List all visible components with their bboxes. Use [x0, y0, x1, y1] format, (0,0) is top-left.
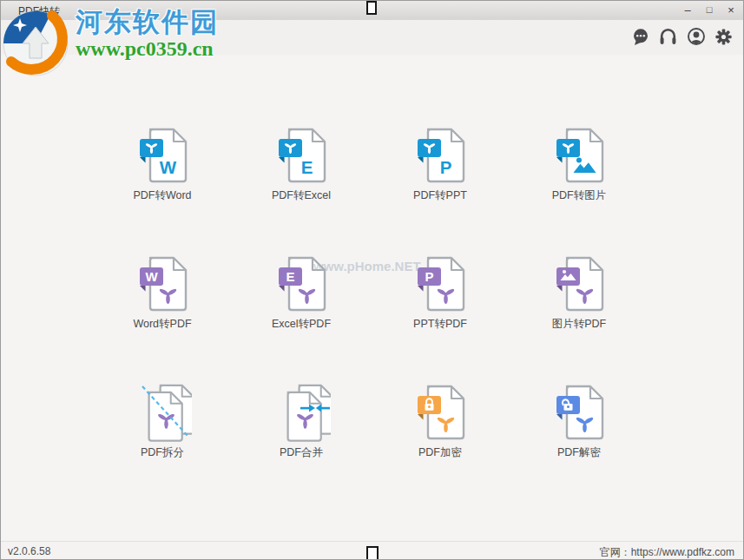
app-window: PDF快转 – □ × 河东软件园 www.pc0359.cn www.pHom… [0, 0, 744, 560]
pdf-encrypt-icon [411, 384, 470, 443]
grid-item-label: PDF拆分 [141, 445, 184, 460]
grid-item-label: Excel转PDF [272, 317, 331, 332]
window-title: PDF快转 [18, 4, 60, 19]
pdf-merge-icon [272, 384, 331, 443]
grid-item-label: PDF转图片 [552, 188, 607, 203]
screenshot-artifact-top [366, 1, 377, 15]
grid-item-pdf-split[interactable]: PDF拆分 [93, 379, 232, 507]
minimize-button[interactable]: – [681, 3, 695, 17]
svg-text:E: E [286, 269, 294, 284]
grid-item-pdf-to-word[interactable]: WPDF转Word [93, 122, 232, 250]
settings-icon[interactable] [714, 28, 733, 45]
chat-icon[interactable] [631, 28, 649, 45]
screenshot-artifact-bottom [366, 546, 379, 560]
account-icon[interactable] [687, 28, 705, 45]
grid-item-label: 图片转PDF [552, 317, 607, 332]
grid-item-pdf-to-image[interactable]: PDF转图片 [510, 122, 649, 250]
svg-text:W: W [160, 157, 177, 177]
svg-text:P: P [440, 157, 452, 177]
grid-item-label: PDF转Excel [272, 188, 331, 203]
grid-item-pdf-encrypt[interactable]: PDF加密 [371, 379, 510, 507]
conversion-grid: WPDF转WordEPDF转ExcelPPDF转PPTPDF转图片WWord转P… [93, 122, 649, 507]
ppt-to-pdf-icon: P [411, 255, 470, 314]
grid-item-word-to-pdf[interactable]: WWord转PDF [93, 250, 232, 379]
svg-text:W: W [145, 269, 158, 284]
grid-item-label: PDF解密 [557, 445, 601, 460]
version-label: v2.0.6.58 [8, 545, 50, 557]
pdf-to-image-icon [550, 127, 609, 186]
grid-item-label: Word转PDF [133, 317, 191, 332]
grid-item-label: PDF加密 [418, 445, 462, 460]
grid-item-label: PDF转PPT [413, 188, 467, 203]
pdf-split-icon [133, 384, 192, 443]
grid-item-image-to-pdf[interactable]: 图片转PDF [510, 250, 649, 379]
grid-item-label: PDF转Word [133, 188, 191, 203]
headset-icon[interactable] [659, 28, 677, 45]
pdf-to-ppt-icon: P [411, 127, 470, 186]
svg-text:E: E [301, 157, 313, 177]
header-icons [631, 28, 733, 45]
grid-item-pdf-to-ppt[interactable]: PPDF转PPT [371, 122, 510, 250]
grid-item-pdf-decrypt[interactable]: PDF解密 [510, 379, 649, 507]
word-to-pdf-icon: W [133, 255, 192, 314]
website-link[interactable]: 官网：https://www.pdfkz.com [600, 545, 734, 560]
pdf-decrypt-icon [550, 384, 609, 443]
grid-item-pdf-to-excel[interactable]: EPDF转Excel [232, 122, 371, 250]
grid-item-excel-to-pdf[interactable]: EExcel转PDF [232, 250, 371, 379]
pdf-to-word-icon: W [133, 127, 192, 186]
grid-item-ppt-to-pdf[interactable]: PPPT转PDF [371, 250, 510, 379]
window-controls: – □ × [681, 3, 738, 17]
maximize-button[interactable]: □ [702, 3, 716, 17]
close-button[interactable]: × [724, 3, 738, 17]
grid-item-label: PPT转PDF [413, 317, 467, 332]
image-to-pdf-icon [550, 255, 609, 314]
svg-text:P: P [425, 269, 433, 284]
grid-item-label: PDF合并 [280, 445, 323, 460]
excel-to-pdf-icon: E [272, 255, 331, 314]
pdf-to-excel-icon: E [272, 127, 331, 186]
grid-item-pdf-merge[interactable]: PDF合并 [232, 379, 371, 507]
